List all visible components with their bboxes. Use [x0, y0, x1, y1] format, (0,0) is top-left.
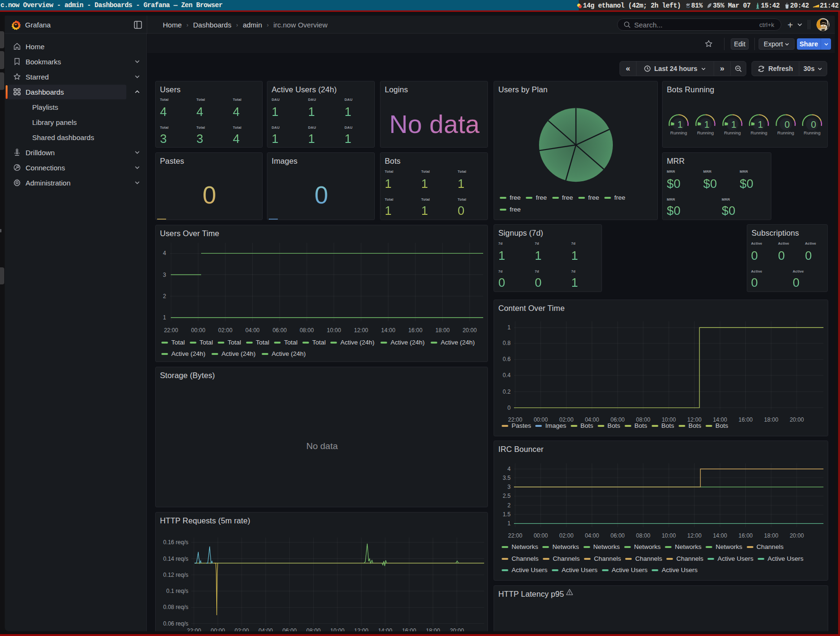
- svg-text:12:00: 12:00: [687, 532, 701, 539]
- svg-text:Running: Running: [724, 130, 741, 135]
- svg-text:22:00: 22:00: [508, 532, 522, 539]
- svg-text:16:00: 16:00: [408, 327, 423, 334]
- svg-text:1: 1: [163, 314, 166, 321]
- svg-text:2: 2: [163, 293, 166, 300]
- svg-text:06:00: 06:00: [273, 327, 287, 334]
- svg-text:Running: Running: [804, 130, 820, 135]
- svg-text:0: 0: [507, 405, 511, 411]
- svg-text:0.2: 0.2: [503, 389, 511, 395]
- svg-text:20:00: 20:00: [790, 532, 804, 539]
- svg-text:14:00: 14:00: [381, 327, 395, 334]
- svg-text:1: 1: [704, 119, 709, 130]
- svg-text:0.1 req/s: 0.1 req/s: [166, 588, 188, 594]
- svg-text:04:00: 04:00: [585, 532, 599, 539]
- svg-text:06:00: 06:00: [283, 627, 297, 631]
- svg-text:18:00: 18:00: [764, 416, 778, 423]
- svg-text:1: 1: [758, 119, 763, 130]
- svg-text:3.5: 3.5: [503, 475, 511, 481]
- svg-text:06:00: 06:00: [610, 532, 625, 539]
- svg-text:0.4: 0.4: [503, 372, 511, 379]
- svg-text:4: 4: [507, 466, 511, 472]
- svg-text:0.12 req/s: 0.12 req/s: [163, 572, 188, 578]
- svg-text:22:00: 22:00: [164, 327, 178, 334]
- svg-text:10:00: 10:00: [330, 627, 345, 631]
- svg-text:08:00: 08:00: [306, 627, 320, 631]
- svg-text:4: 4: [163, 250, 166, 256]
- svg-text:16:00: 16:00: [402, 627, 416, 631]
- svg-text:02:00: 02:00: [235, 627, 249, 631]
- svg-text:02:00: 02:00: [218, 327, 232, 334]
- svg-text:1: 1: [507, 520, 511, 527]
- svg-text:Running: Running: [778, 130, 794, 135]
- svg-text:0.8: 0.8: [503, 340, 511, 346]
- svg-text:12:00: 12:00: [354, 327, 368, 334]
- svg-text:2.5: 2.5: [503, 493, 511, 499]
- svg-text:22:00: 22:00: [187, 627, 201, 631]
- svg-text:14:00: 14:00: [713, 532, 727, 539]
- svg-text:1.5: 1.5: [503, 511, 511, 518]
- svg-text:Running: Running: [670, 130, 687, 135]
- svg-text:04:00: 04:00: [258, 627, 273, 631]
- svg-text:18:00: 18:00: [435, 327, 450, 334]
- svg-text:20:00: 20:00: [790, 416, 804, 423]
- svg-text:00:00: 00:00: [534, 532, 548, 539]
- svg-text:2: 2: [507, 502, 511, 509]
- svg-text:0.14 req/s: 0.14 req/s: [163, 556, 188, 562]
- svg-text:14:00: 14:00: [378, 627, 392, 631]
- svg-text:1: 1: [731, 119, 736, 130]
- svg-text:10:00: 10:00: [327, 327, 341, 334]
- svg-text:16:00: 16:00: [738, 416, 752, 423]
- svg-text:08:00: 08:00: [636, 532, 650, 539]
- svg-text:1: 1: [507, 324, 511, 331]
- svg-text:18:00: 18:00: [426, 627, 440, 631]
- svg-text:16:00: 16:00: [738, 532, 752, 539]
- svg-text:Running: Running: [697, 130, 714, 135]
- svg-text:02:00: 02:00: [559, 532, 574, 539]
- svg-text:0: 0: [785, 119, 790, 130]
- svg-text:0.16 req/s: 0.16 req/s: [163, 539, 188, 546]
- svg-text:00:00: 00:00: [191, 327, 205, 334]
- svg-text:3: 3: [507, 484, 511, 490]
- svg-text:04:00: 04:00: [245, 327, 259, 334]
- svg-text:0.06 req/s: 0.06 req/s: [163, 620, 188, 627]
- svg-text:Running: Running: [751, 130, 767, 135]
- svg-text:0: 0: [811, 119, 816, 130]
- svg-text:00:00: 00:00: [211, 627, 225, 631]
- svg-text:20:00: 20:00: [462, 327, 477, 334]
- svg-text:0.08 req/s: 0.08 req/s: [163, 604, 188, 610]
- svg-text:20:00: 20:00: [450, 627, 464, 631]
- svg-text:18:00: 18:00: [764, 532, 778, 539]
- svg-text:0.6: 0.6: [503, 356, 511, 362]
- svg-text:12:00: 12:00: [354, 627, 368, 631]
- svg-text:10:00: 10:00: [662, 532, 676, 539]
- svg-text:3: 3: [163, 272, 166, 278]
- svg-text:1: 1: [677, 119, 682, 130]
- svg-text:08:00: 08:00: [300, 327, 314, 334]
